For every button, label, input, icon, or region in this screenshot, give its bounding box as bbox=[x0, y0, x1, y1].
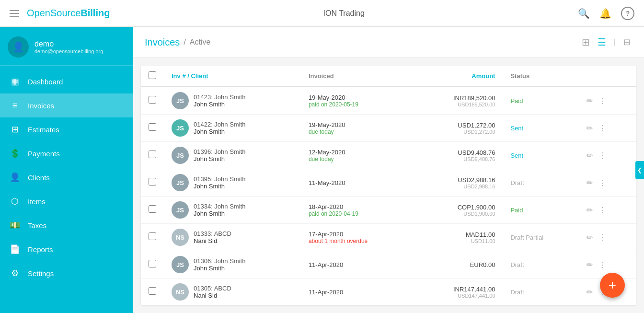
client-avatar: JS bbox=[172, 201, 189, 219]
more-button[interactable]: ⋮ bbox=[597, 122, 608, 135]
status-badge: Sent bbox=[510, 152, 523, 159]
date-cell: 11-May-2020 bbox=[301, 169, 415, 197]
sidebar-item-items[interactable]: ⬡ Items bbox=[0, 189, 133, 213]
invoices-table: Inv # / Client Invoiced Amount Status JS… bbox=[141, 66, 636, 305]
client-cell: JS 01423: John Smith John Smith bbox=[164, 87, 301, 115]
select-all-checkbox[interactable] bbox=[149, 71, 156, 79]
sidebar-item-reports[interactable]: 📄 Reports bbox=[0, 237, 133, 261]
row-checkbox[interactable] bbox=[149, 178, 156, 185]
client-name: John Smith bbox=[194, 128, 245, 135]
edit-button[interactable]: ✏ bbox=[585, 231, 595, 244]
table-row: JS 01422: John Smith John Smith 19-May-2… bbox=[141, 115, 636, 142]
status-cell: Sent bbox=[503, 115, 576, 142]
reports-icon: 📄 bbox=[10, 244, 20, 255]
actions-cell: ✏ ⋮ bbox=[577, 87, 636, 115]
row-checkbox[interactable] bbox=[149, 123, 156, 131]
more-button[interactable]: ⋮ bbox=[597, 94, 608, 107]
sidebar-item-dashboard[interactable]: ▦ Dashboard bbox=[0, 70, 133, 93]
sidebar-item-taxes[interactable]: 💵 Taxes bbox=[0, 213, 133, 237]
client-avatar: JS bbox=[172, 147, 189, 164]
amount-cell: USD9,408.76 USD9,408.76 bbox=[415, 142, 503, 169]
payments-icon: 💲 bbox=[10, 148, 20, 159]
user-info: demo demo@opensourcebilling.org bbox=[34, 40, 103, 54]
client-avatar: JS bbox=[172, 256, 189, 273]
add-invoice-fab[interactable]: + bbox=[600, 273, 625, 298]
table-row: NS 01305: ABCD Nani Sid 11-Apr-2020 INR1… bbox=[141, 278, 636, 306]
client-name: Nani Sid bbox=[194, 237, 231, 244]
amount-cell: COP1,900.00 USD1,900.00 bbox=[415, 197, 503, 224]
amount-usd: USD189,520.00 bbox=[423, 102, 495, 107]
edit-button[interactable]: ✏ bbox=[585, 176, 595, 189]
more-button[interactable]: ⋮ bbox=[597, 204, 608, 217]
menu-button[interactable] bbox=[10, 10, 19, 17]
date-cell: 11-Apr-2020 bbox=[301, 251, 415, 278]
sidebar-item-label: Taxes bbox=[28, 221, 46, 230]
edit-button[interactable]: ✏ bbox=[585, 149, 595, 162]
invoice-date: 11-Apr-2020 bbox=[309, 261, 407, 268]
edit-button[interactable]: ✏ bbox=[585, 122, 595, 135]
row-checkbox[interactable] bbox=[149, 205, 156, 213]
sidebar-item-payments[interactable]: 💲 Payments bbox=[0, 141, 133, 165]
sidebar-item-settings[interactable]: ⚙ Settings bbox=[0, 261, 133, 285]
bell-icon[interactable]: 🔔 bbox=[599, 8, 611, 19]
row-checkbox-cell bbox=[141, 115, 164, 142]
grid-view-icon[interactable]: ⊞ bbox=[580, 35, 592, 50]
list-view-icon[interactable]: ☰ bbox=[596, 35, 608, 50]
row-checkbox[interactable] bbox=[149, 96, 156, 104]
amount-usd: USD147,441.00 bbox=[423, 293, 495, 299]
client-info: 01334: John Smith John Smith bbox=[194, 203, 245, 217]
sidebar-item-estimates[interactable]: ⊞ Estimates bbox=[0, 117, 133, 141]
sidebar-item-label: Payments bbox=[28, 150, 60, 158]
amount-usd: USD9,408.76 bbox=[423, 156, 495, 162]
row-actions: ✏ ⋮ bbox=[585, 258, 629, 271]
invoice-date: 18-Apr-2020 bbox=[309, 203, 407, 210]
edit-button[interactable]: ✏ bbox=[585, 286, 595, 299]
status-cell: Draft bbox=[503, 278, 576, 306]
client-avatar: JS bbox=[172, 174, 189, 191]
more-button[interactable]: ⋮ bbox=[597, 149, 608, 162]
edit-button[interactable]: ✏ bbox=[585, 258, 595, 271]
amount-cell: EUR0.00 bbox=[415, 251, 503, 278]
sidebar-item-label: Items bbox=[28, 197, 46, 206]
sidebar-item-label: Reports bbox=[28, 245, 53, 254]
amount-usd: USD2,988.16 bbox=[423, 184, 495, 189]
date-cell: 18-Apr-2020 paid on 2020-04-19 bbox=[301, 197, 415, 224]
row-checkbox[interactable] bbox=[149, 151, 156, 158]
more-button[interactable]: ⋮ bbox=[597, 258, 608, 271]
date-sub-status: paid on 2020-04-19 bbox=[309, 210, 407, 217]
more-button[interactable]: ⋮ bbox=[597, 176, 608, 189]
client-avatar: NS bbox=[172, 283, 189, 301]
top-header: OpenSourceBilling ION Trading 🔍 🔔 ? bbox=[0, 0, 644, 27]
invoice-date: 11-Apr-2020 bbox=[309, 289, 407, 296]
help-icon[interactable]: ? bbox=[621, 7, 634, 20]
invoice-number: 01423: John Smith bbox=[194, 93, 245, 101]
row-checkbox[interactable] bbox=[149, 287, 156, 295]
invoice-number: 01306: John Smith bbox=[194, 257, 245, 265]
clients-icon: 👤 bbox=[10, 172, 20, 183]
sidebar-item-invoices[interactable]: ≡ Invoices bbox=[0, 93, 133, 117]
client-name: John Smith bbox=[194, 155, 245, 162]
items-icon: ⬡ bbox=[10, 196, 20, 207]
col-invoiced: Invoiced bbox=[301, 66, 415, 87]
status-badge: Sent bbox=[510, 125, 523, 132]
sidebar-item-clients[interactable]: 👤 Clients bbox=[0, 165, 133, 189]
user-name: demo bbox=[34, 40, 103, 48]
more-button[interactable]: ⋮ bbox=[597, 231, 608, 244]
amount-main: INR189,520.00 bbox=[423, 94, 495, 102]
amount-main: INR147,441.00 bbox=[423, 286, 495, 293]
status-cell: Draft bbox=[503, 251, 576, 278]
edit-button[interactable]: ✏ bbox=[585, 204, 595, 217]
right-collapse-tab[interactable]: ❮ bbox=[635, 161, 644, 179]
row-checkbox[interactable] bbox=[149, 260, 156, 267]
edit-button[interactable]: ✏ bbox=[585, 94, 595, 107]
client-cell: JS 01422: John Smith John Smith bbox=[164, 115, 301, 142]
avatar: 👤 bbox=[8, 36, 29, 58]
select-all-header bbox=[141, 66, 164, 87]
filter-icon[interactable]: ⊟ bbox=[621, 35, 632, 49]
amount-cell: USD2,988.16 USD2,988.16 bbox=[415, 169, 503, 197]
row-checkbox[interactable] bbox=[149, 232, 156, 240]
client-avatar: JS bbox=[172, 119, 189, 137]
search-icon[interactable]: 🔍 bbox=[578, 8, 590, 19]
amount-main: MAD11.00 bbox=[423, 231, 495, 238]
amount-cell: INR147,441.00 USD147,441.00 bbox=[415, 278, 503, 306]
